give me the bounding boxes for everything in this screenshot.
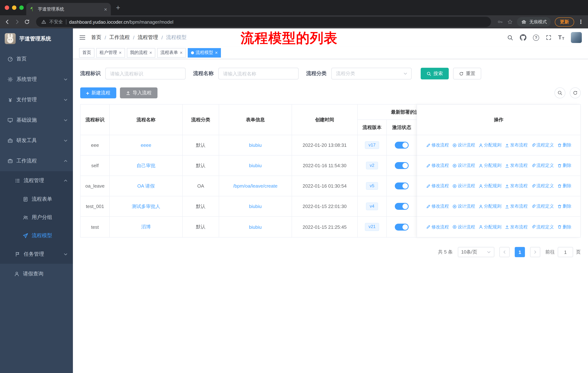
edit-process-link[interactable]: 修改流程	[426, 162, 449, 169]
delete-link[interactable]: 删除	[557, 183, 571, 189]
sidebar-item-task-management[interactable]: 任务管理	[0, 245, 73, 264]
toggle-search-button[interactable]	[555, 87, 565, 98]
macos-minimize-button[interactable]	[12, 5, 16, 10]
design-process-link[interactable]: 设计流程	[452, 203, 475, 210]
form-info-link[interactable]: biubiu	[249, 204, 262, 209]
active-toggle[interactable]	[395, 182, 409, 189]
bookmark-star-icon[interactable]	[507, 19, 513, 25]
assign-rule-link[interactable]: 分配规则	[478, 203, 501, 210]
design-process-link[interactable]: 设计流程	[452, 162, 475, 169]
publish-process-link[interactable]: 发布流程	[505, 162, 528, 169]
form-info-link[interactable]: /bpm/oa/leave/create	[233, 183, 278, 189]
process-definition-link[interactable]: 流程定义	[531, 203, 554, 210]
github-icon[interactable]	[520, 34, 526, 41]
reload-icon[interactable]	[24, 19, 30, 25]
macos-zoom-button[interactable]	[19, 5, 24, 10]
collapse-sidebar-icon[interactable]	[79, 34, 86, 41]
tag-tenant[interactable]: 租户管理×	[96, 48, 125, 57]
design-process-link[interactable]: 设计流程	[452, 224, 475, 230]
publish-process-link[interactable]: 发布流程	[505, 224, 528, 230]
process-name-link[interactable]: OA 请假	[137, 183, 155, 189]
active-toggle[interactable]	[395, 223, 409, 230]
process-name-input[interactable]	[218, 68, 299, 80]
breadcrumb-workflow[interactable]: 工作流程	[109, 34, 130, 41]
assign-rule-link[interactable]: 分配规则	[478, 224, 501, 230]
process-definition-link[interactable]: 流程定义	[531, 224, 554, 230]
publish-process-link[interactable]: 发布流程	[505, 142, 528, 148]
delete-link[interactable]: 删除	[557, 142, 571, 148]
process-id-input[interactable]	[105, 68, 186, 80]
sidebar-item-workflow[interactable]: 工作流程	[0, 151, 73, 171]
process-definition-link[interactable]: 流程定义	[531, 162, 554, 169]
back-icon[interactable]	[4, 19, 10, 25]
sidebar-item-system[interactable]: 系统管理	[0, 69, 73, 90]
search-icon[interactable]	[507, 34, 513, 40]
active-toggle[interactable]	[395, 203, 409, 210]
tab-close-icon[interactable]: ×	[104, 6, 107, 12]
prev-page-button[interactable]	[499, 247, 510, 257]
sidebar-item-infrastructure[interactable]: 基础设施	[0, 110, 73, 131]
process-definition-link[interactable]: 流程定义	[531, 142, 554, 148]
reset-button[interactable]: 重置	[453, 68, 481, 80]
active-toggle[interactable]	[395, 162, 409, 169]
tag-process-form[interactable]: 流程表单×	[157, 48, 186, 57]
sidebar-item-home[interactable]: 首页	[0, 49, 73, 69]
process-name-link[interactable]: 测试多审批人	[132, 203, 160, 210]
incognito-badge[interactable]: 无痕模式	[517, 17, 551, 27]
tag-close-icon[interactable]: ×	[180, 50, 182, 55]
sidebar-item-user-group[interactable]: 用户分组	[0, 208, 73, 227]
sidebar-item-leave-query[interactable]: 请假查询	[0, 264, 73, 284]
macos-close-button[interactable]	[5, 5, 9, 10]
form-info-link[interactable]: biubiu	[249, 163, 262, 168]
form-info-link[interactable]: biubiu	[249, 142, 262, 148]
edit-process-link[interactable]: 修改流程	[426, 142, 449, 148]
design-process-link[interactable]: 设计流程	[452, 142, 475, 148]
refresh-table-button[interactable]	[570, 87, 581, 98]
design-process-link[interactable]: 设计流程	[452, 183, 475, 189]
search-button[interactable]: 搜索	[421, 68, 449, 80]
sidebar-item-process-model[interactable]: 流程模型	[0, 227, 73, 245]
edit-process-link[interactable]: 修改流程	[426, 183, 449, 189]
process-name-link[interactable]: eeee	[141, 142, 151, 148]
breadcrumb-process-management[interactable]: 流程管理	[138, 34, 158, 41]
help-icon[interactable]: ?	[533, 34, 539, 40]
delete-link[interactable]: 删除	[557, 203, 571, 210]
form-info-link[interactable]: biubiu	[249, 224, 262, 230]
password-key-icon[interactable]	[497, 19, 503, 25]
fullscreen-icon[interactable]	[546, 35, 552, 40]
tag-close-icon[interactable]: ×	[215, 50, 218, 55]
tag-close-icon[interactable]: ×	[119, 50, 122, 55]
tag-process-model[interactable]: 流程模型×	[188, 48, 221, 57]
import-process-button[interactable]: 导入流程	[120, 87, 158, 98]
edit-process-link[interactable]: 修改流程	[426, 224, 449, 230]
assign-rule-link[interactable]: 分配规则	[478, 183, 501, 189]
publish-process-link[interactable]: 发布流程	[505, 203, 528, 210]
next-page-button[interactable]	[530, 247, 540, 257]
assign-rule-link[interactable]: 分配规则	[478, 142, 501, 148]
chrome-update-button[interactable]: 更新	[555, 17, 574, 26]
sidebar-item-dev-tools[interactable]: 研发工具	[0, 131, 73, 151]
tag-close-icon[interactable]: ×	[149, 50, 152, 55]
sidebar-item-process-form[interactable]: 流程表单	[0, 190, 73, 208]
active-toggle[interactable]	[395, 142, 409, 149]
assign-rule-link[interactable]: 分配规则	[478, 162, 501, 169]
forward-icon[interactable]	[14, 19, 20, 25]
delete-link[interactable]: 删除	[557, 224, 571, 230]
process-definition-link[interactable]: 流程定义	[531, 183, 554, 189]
sidebar-item-process-management[interactable]: 流程管理	[0, 171, 73, 190]
process-name-link[interactable]: 滔博	[141, 224, 151, 230]
page-number-button[interactable]: 1	[515, 247, 525, 257]
browser-tab[interactable]: 芋道管理系统 ×	[26, 3, 111, 15]
font-size-icon[interactable]: TT	[558, 35, 564, 40]
goto-page-input[interactable]	[558, 247, 573, 257]
browser-menu-icon[interactable]: ⋮	[578, 19, 584, 25]
sidebar-item-payment[interactable]: ¥ 支付管理	[0, 90, 73, 110]
edit-process-link[interactable]: 修改流程	[426, 203, 449, 210]
tag-my-process[interactable]: 我的流程×	[127, 48, 155, 57]
delete-link[interactable]: 删除	[557, 162, 571, 169]
user-avatar[interactable]	[571, 32, 582, 43]
process-category-select[interactable]: 流程分类	[331, 68, 411, 80]
create-process-button[interactable]: + 新建流程	[80, 87, 116, 98]
new-tab-button[interactable]: +	[116, 4, 120, 11]
page-size-select[interactable]: 10条/页	[458, 247, 494, 257]
